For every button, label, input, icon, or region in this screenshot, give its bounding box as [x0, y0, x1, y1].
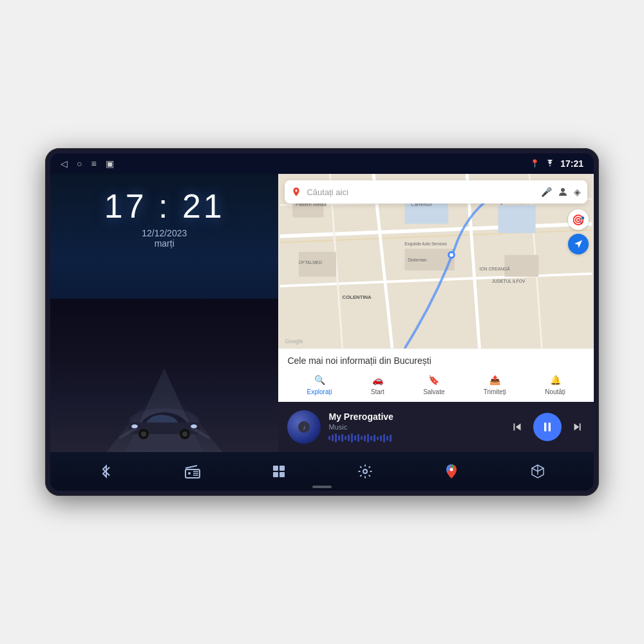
- map-info-panel: Cele mai noi informații din București 🔍 …: [278, 348, 594, 402]
- map-container[interactable]: Pattern Media Carrefour Dragonul Roșu Me…: [278, 174, 594, 348]
- svg-point-50: [363, 469, 367, 473]
- bottom-nav: [50, 452, 594, 491]
- clock-time: 17 : 21: [104, 187, 225, 225]
- mic-icon[interactable]: 🎤: [541, 187, 552, 197]
- clock-date: 12/12/2023: [104, 228, 225, 238]
- device-frame: ◁ ○ ≡ ▣ 📍 17:21 17 : 21: [45, 148, 599, 496]
- share-label: Trimiteți: [484, 388, 506, 395]
- clock-day: marți: [104, 238, 225, 249]
- svg-rect-47: [279, 466, 285, 471]
- status-bar: ◁ ○ ≡ ▣ 📍 17:21: [50, 153, 594, 174]
- right-panel: Pattern Media Carrefour Dragonul Roșu Me…: [278, 174, 594, 452]
- svg-point-35: [450, 253, 454, 257]
- share-icon: 📤: [488, 374, 501, 386]
- google-maps-icon: [291, 187, 301, 197]
- prev-track-button[interactable]: [510, 420, 524, 434]
- svg-point-7: [182, 431, 187, 437]
- navigate-button[interactable]: [568, 234, 589, 254]
- svg-rect-49: [279, 472, 285, 477]
- map-info-title: Cele mai noi informații din București: [287, 355, 585, 366]
- svg-rect-48: [273, 472, 278, 477]
- locate-me-button[interactable]: 🎯: [568, 209, 589, 230]
- radio-button[interactable]: [176, 455, 209, 488]
- search-placeholder-text: Căutați aici: [307, 187, 536, 197]
- music-title: My Prerogative: [328, 412, 502, 422]
- svg-rect-21: [498, 205, 536, 233]
- music-note-icon: ♪: [303, 424, 306, 431]
- svg-line-41: [185, 466, 197, 468]
- start-label: Start: [371, 388, 384, 395]
- music-waveform: [328, 433, 502, 442]
- music-controls: [510, 413, 585, 441]
- svg-text:Dedeman: Dedeman: [408, 258, 428, 262]
- svg-rect-38: [544, 422, 546, 431]
- status-time: 17:21: [560, 158, 583, 169]
- apps-button[interactable]: [263, 455, 295, 488]
- device-screen: ◁ ○ ≡ ▣ 📍 17:21 17 : 21: [50, 153, 594, 491]
- car-scene: [50, 299, 278, 452]
- start-icon: 🚗: [371, 374, 384, 386]
- menu-icon[interactable]: ≡: [91, 158, 96, 169]
- svg-point-5: [141, 431, 146, 437]
- map-overlay-controls: 🎯: [568, 209, 589, 254]
- status-bar-right: 📍 17:21: [530, 158, 583, 169]
- screenshot-icon[interactable]: ▣: [106, 158, 114, 169]
- album-art-inner: ♪: [298, 421, 310, 433]
- map-search-bar[interactable]: Căutați aici 🎤 ◈: [285, 180, 587, 204]
- back-icon[interactable]: ◁: [61, 158, 68, 169]
- home-icon[interactable]: ○: [77, 158, 82, 169]
- layers-icon[interactable]: ◈: [574, 187, 581, 197]
- google-maps-nav-button[interactable]: [435, 455, 468, 488]
- cube-button[interactable]: [522, 455, 554, 488]
- home-indicator[interactable]: [312, 486, 332, 488]
- svg-text:ION CREANGĂ: ION CREANGĂ: [480, 266, 511, 271]
- svg-point-42: [188, 472, 191, 475]
- news-label: Noutăți: [545, 388, 565, 395]
- svg-point-36: [296, 189, 298, 191]
- svg-rect-39: [549, 422, 551, 431]
- saved-label: Salvate: [423, 388, 444, 395]
- svg-rect-46: [273, 466, 278, 471]
- music-player: ♪ My Prerogative Music: [278, 402, 594, 452]
- svg-text:Exquisite Auto Services: Exquisite Auto Services: [405, 242, 448, 247]
- saved-icon: 🔖: [428, 374, 440, 386]
- clock-display: 17 : 21 12/12/2023 marți: [104, 187, 225, 249]
- next-track-button[interactable]: [571, 420, 585, 434]
- car-image: [119, 402, 209, 440]
- explore-label: Explorați: [307, 388, 332, 395]
- map-tab-trimiteti[interactable]: 📤 Trimiteți: [484, 374, 506, 395]
- play-pause-button[interactable]: [533, 413, 562, 441]
- svg-text:OFTALMED: OFTALMED: [299, 260, 322, 265]
- svg-point-51: [450, 468, 453, 471]
- map-tab-start[interactable]: 🚗 Start: [371, 374, 384, 395]
- map-tab-noutati[interactable]: 🔔 Noutăți: [545, 374, 565, 395]
- main-content: 17 : 21 12/12/2023 marți: [50, 174, 594, 452]
- map-tab-explorați[interactable]: 🔍 Explorați: [307, 374, 332, 395]
- svg-text:JUDEȚUL ILFOV: JUDEȚUL ILFOV: [492, 279, 526, 284]
- bluetooth-button[interactable]: [90, 455, 122, 488]
- svg-point-37: [561, 188, 565, 192]
- search-action-icons: 🎤 ◈: [541, 186, 581, 198]
- svg-rect-22: [505, 255, 539, 277]
- music-subtitle: Music: [328, 423, 502, 431]
- news-icon: 🔔: [549, 374, 562, 386]
- map-tab-salvate[interactable]: 🔖 Salvate: [423, 374, 444, 395]
- explore-icon: 🔍: [313, 374, 326, 386]
- settings-button[interactable]: [349, 455, 381, 488]
- album-art: ♪: [287, 410, 321, 444]
- left-panel: 17 : 21 12/12/2023 marți: [50, 174, 278, 452]
- wifi-icon: [545, 160, 555, 167]
- music-info: My Prerogative Music: [328, 412, 502, 442]
- location-status-icon: 📍: [530, 159, 540, 168]
- account-icon[interactable]: [557, 186, 569, 198]
- status-bar-left: ◁ ○ ≡ ▣: [61, 158, 114, 169]
- svg-text:Google: Google: [285, 338, 303, 345]
- svg-text:COLENTINA: COLENTINA: [343, 294, 372, 300]
- map-nav-tabs: 🔍 Explorați 🚗 Start 🔖 Salvate 📤: [287, 371, 585, 398]
